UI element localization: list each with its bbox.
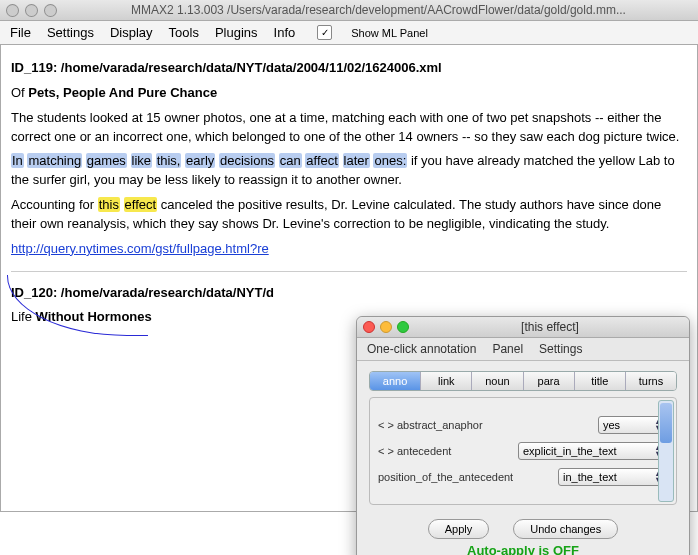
window-title: MMAX2 1.13.003 /Users/varada/research/de… [65, 3, 692, 17]
panel-menubar: One-click annotation Panel Settings [357, 338, 689, 361]
panel-scrollbar[interactable] [658, 400, 674, 502]
selected-markable-token[interactable]: this [98, 197, 120, 212]
main-titlebar: MMAX2 1.13.003 /Users/varada/research/de… [0, 0, 698, 21]
menu-plugins[interactable]: Plugins [215, 25, 258, 40]
tab-title[interactable]: title [575, 372, 626, 390]
doc1-id: ID_119: /home/varada/research/data/NYT/d… [11, 59, 687, 78]
doc1-p1: The students looked at 15 owner photos, … [11, 109, 687, 147]
separator [11, 271, 687, 272]
tab-anno[interactable]: anno [370, 372, 421, 390]
markable-token[interactable]: can [279, 153, 302, 168]
row-abstract-anaphor: < > abstract_anaphor yes ▲▼ [378, 416, 668, 434]
select-antecedent[interactable]: explicit_in_the_text ▲▼ [518, 442, 668, 460]
doc1-p2: In matching games like this, early decis… [11, 152, 687, 190]
markable-token[interactable]: ones: [373, 153, 407, 168]
panel-form: < > abstract_anaphor yes ▲▼ < > antecede… [369, 397, 677, 505]
doc1-url[interactable]: http://query.nytimes.com/gst/fullpage.ht… [11, 240, 687, 259]
markable-token[interactable]: matching [27, 153, 82, 168]
show-ml-checkbox[interactable]: ✓ [317, 25, 332, 40]
panel-buttons: Apply Undo changes [357, 513, 689, 541]
menu-file[interactable]: File [10, 25, 31, 40]
markable-token[interactable]: decisions [219, 153, 275, 168]
label-antecedent: < > antecedent [378, 445, 510, 457]
doc2-id: ID_120: /home/varada/research/data/NYT/d [11, 284, 687, 303]
scrollbar-thumb[interactable] [660, 403, 672, 443]
row-position: position_of_the_antecedent in_the_text ▲… [378, 468, 668, 486]
main-menubar: File Settings Display Tools Plugins Info… [0, 21, 698, 45]
selected-markable-token[interactable]: effect [124, 197, 158, 212]
minimize-icon[interactable] [380, 321, 392, 333]
doc1-of: Of [11, 85, 28, 100]
panel-menu-settings[interactable]: Settings [539, 342, 582, 356]
select-value: explicit_in_the_text [523, 445, 617, 457]
close-icon[interactable] [6, 4, 19, 17]
doc2-title: Without Hormones [36, 309, 152, 324]
select-position[interactable]: in_the_text ▲▼ [558, 468, 668, 486]
tab-link[interactable]: link [421, 372, 472, 390]
menu-settings[interactable]: Settings [47, 25, 94, 40]
doc2-of: Life [11, 309, 36, 324]
label-abstract-anaphor: < > abstract_anaphor [378, 419, 590, 431]
panel-menu-panel[interactable]: Panel [492, 342, 523, 356]
tab-para[interactable]: para [524, 372, 575, 390]
minimize-icon[interactable] [25, 4, 38, 17]
show-ml-label: Show ML Panel [351, 27, 428, 39]
tab-noun[interactable]: noun [472, 372, 523, 390]
autoapply-status: Auto-apply is OFF [357, 541, 689, 555]
row-antecedent: < > antecedent explicit_in_the_text ▲▼ [378, 442, 668, 460]
zoom-icon[interactable] [44, 4, 57, 17]
panel-menu-oneclick[interactable]: One-click annotation [367, 342, 476, 356]
doc1-p3-pre: Accounting for [11, 197, 98, 212]
close-icon[interactable] [363, 321, 375, 333]
menu-display[interactable]: Display [110, 25, 153, 40]
menu-tools[interactable]: Tools [169, 25, 199, 40]
panel-tabs: anno link noun para title turns [369, 371, 677, 391]
doc1-title-line: Of Pets, People And Pure Chance [11, 84, 687, 103]
markable-token[interactable]: later [343, 153, 370, 168]
undo-button[interactable]: Undo changes [513, 519, 618, 539]
traffic-lights [6, 4, 57, 17]
markable-token[interactable]: this, [156, 153, 182, 168]
panel-titlebar: [this effect] [357, 317, 689, 338]
apply-button[interactable]: Apply [428, 519, 490, 539]
select-value: yes [603, 419, 620, 431]
label-position: position_of_the_antecedent [378, 471, 550, 483]
panel-traffic-lights [363, 321, 409, 333]
markable-token[interactable]: early [185, 153, 215, 168]
panel-title: [this effect] [417, 320, 683, 334]
doc1-p3: Accounting for this effect canceled the … [11, 196, 687, 234]
annotation-panel: [this effect] One-click annotation Panel… [356, 316, 690, 555]
doc1-title: Pets, People And Pure Chance [28, 85, 217, 100]
markable-token[interactable]: games [86, 153, 127, 168]
zoom-icon[interactable] [397, 321, 409, 333]
menu-info[interactable]: Info [274, 25, 296, 40]
select-value: in_the_text [563, 471, 617, 483]
markable-token[interactable]: In [11, 153, 24, 168]
markable-token[interactable]: like [131, 153, 153, 168]
doc1-url-link[interactable]: http://query.nytimes.com/gst/fullpage.ht… [11, 241, 269, 256]
tab-turns[interactable]: turns [626, 372, 676, 390]
markable-token[interactable]: affect [305, 153, 339, 168]
